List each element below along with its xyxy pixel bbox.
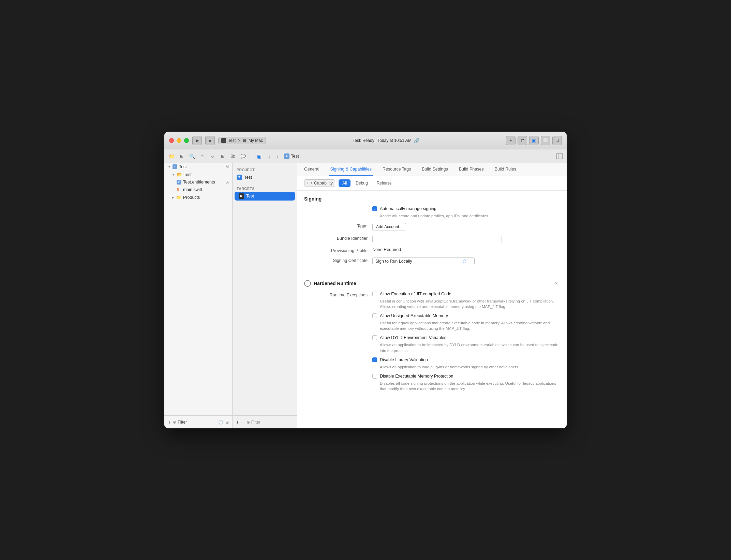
- sidebar-item-label-products: Products: [183, 195, 200, 200]
- nav-project-label: Test: [244, 175, 252, 180]
- back-arrow[interactable]: ‹: [266, 152, 273, 160]
- bubble-icon[interactable]: 💬: [239, 152, 247, 160]
- chevron-right-icon: ▶: [172, 196, 174, 199]
- filter-tabs: All Debug Release: [339, 179, 396, 187]
- sidebar-item-entitlements[interactable]: E Test.entitlements A: [164, 178, 232, 186]
- detail-view: + + Capability All Debug Release Sign: [297, 176, 567, 428]
- scheme-selector[interactable]: Test ❯ 🖥 My Mac: [218, 137, 266, 144]
- runtime-checkbox-0[interactable]: [372, 292, 377, 296]
- minimize-button[interactable]: [177, 138, 181, 143]
- auto-manage-content: Automatically manage signing Xcode will …: [372, 206, 560, 219]
- auto-manage-spacer: [304, 206, 372, 207]
- link-icon[interactable]: 🔗: [414, 138, 419, 143]
- remove-capability-button[interactable]: ×: [553, 280, 560, 287]
- runtime-checkbox-4[interactable]: [372, 374, 377, 379]
- runtime-checkbox-row-3: Disable Library Validation: [372, 357, 560, 362]
- stop-button[interactable]: ■: [205, 136, 215, 145]
- runtime-checkbox-1[interactable]: [372, 313, 377, 318]
- chevron-down-icon-2: ▼: [172, 173, 175, 176]
- layout2-icon[interactable]: ▣: [255, 152, 263, 160]
- runtime-item-4: Disable Executable Memory Protection Dis…: [372, 374, 560, 392]
- add-button[interactable]: +: [506, 136, 516, 145]
- titlebar-actions: + ⇄ ▣ ⬜ ☐: [506, 136, 562, 145]
- filter-options-icon[interactable]: ⊞: [225, 420, 229, 425]
- forward-arrow[interactable]: ›: [274, 152, 281, 160]
- filter-all[interactable]: All: [339, 179, 350, 187]
- tab-build-phases[interactable]: Build Phases: [458, 163, 485, 176]
- tab-signing-capabilities[interactable]: Signing & Capabilities: [329, 163, 373, 176]
- add-icon: +: [307, 181, 309, 186]
- filter-area: ⊕ Filter: [173, 420, 216, 425]
- sidebar-item-products[interactable]: ▶ 📁 Products: [164, 193, 232, 201]
- link2-icon[interactable]: ⛓: [229, 152, 237, 160]
- entitlements-badge: A: [226, 180, 229, 184]
- run-button[interactable]: ▶: [192, 136, 202, 145]
- folder-icon-products: 📁: [176, 195, 181, 200]
- warn-icon[interactable]: ⚠: [198, 152, 206, 160]
- add-capability-label: + Capability: [310, 181, 333, 186]
- runtime-checkbox-2[interactable]: [372, 335, 377, 340]
- tab-build-rules[interactable]: Build Rules: [493, 163, 518, 176]
- folder-open-icon: 📂: [177, 172, 182, 177]
- provisioning-row: Provisioning Profile None Required: [304, 247, 560, 253]
- maximize-button[interactable]: [184, 138, 189, 143]
- scheme-dest: My Mac: [249, 138, 263, 143]
- runtime-item-3: Disable Library Validation Allows an app…: [372, 357, 560, 370]
- team-row: Team Add Account...: [304, 223, 560, 231]
- remove-target-button[interactable]: −: [241, 419, 244, 425]
- runtime-exceptions-content: Allow Execution of JIT-compiled Code Use…: [372, 292, 560, 396]
- layout-button-3[interactable]: ☐: [552, 136, 562, 145]
- source-control-icon[interactable]: ⊞: [178, 152, 185, 160]
- signing-title: Signing: [304, 196, 560, 202]
- toolbar: 📁 ⊞ 🔍 ⚠ ◇ ⊞ ⛓ 💬 ▣ ‹ › A Test: [164, 149, 567, 163]
- layout-button-1[interactable]: ▣: [529, 136, 539, 145]
- provisioning-value: None Required: [372, 247, 560, 252]
- auto-manage-checkbox[interactable]: [372, 206, 377, 211]
- runtime-desc-3: Allows an application to load plug-ins o…: [380, 364, 560, 370]
- runtime-item-0: Allow Execution of JIT-compiled Code Use…: [372, 292, 560, 309]
- add-target-button[interactable]: +: [236, 419, 239, 425]
- panel-toggle[interactable]: [556, 152, 563, 160]
- capability-bar: + + Capability All Debug Release: [297, 176, 567, 191]
- nav-project-item[interactable]: T Test: [233, 173, 297, 182]
- bundle-id-input[interactable]: [372, 235, 502, 243]
- grid-icon[interactable]: ⊞: [219, 152, 226, 160]
- svg-rect-0: [556, 153, 563, 159]
- chevron-down-icon: ▼: [168, 165, 171, 168]
- filter-release[interactable]: Release: [373, 179, 396, 187]
- add-account-button[interactable]: Add Account...: [372, 223, 406, 231]
- filter-label: Filter: [178, 420, 187, 425]
- tab-build-settings[interactable]: Build Settings: [420, 163, 449, 176]
- runtime-desc-4: Disables all code signing protections on…: [380, 381, 560, 392]
- signing-cert-select[interactable]: Sign to Run Locally ⬡: [372, 257, 475, 265]
- back-forward-button[interactable]: ⇄: [518, 136, 527, 145]
- main-content: ▼ T Test M ▼ 📂 Test E Test.entitlements …: [164, 163, 567, 428]
- sidebar-item-test-folder[interactable]: ▼ 📂 Test: [164, 171, 232, 178]
- sidebar-item-label-test: Test: [184, 172, 192, 177]
- layout-button-2[interactable]: ⬜: [541, 136, 550, 145]
- status-bar: Test: Ready | Today at 10:51 AM 🔗: [269, 138, 503, 143]
- project-section-header: PROJECT: [233, 166, 297, 173]
- tab-resource-tags[interactable]: Resource Tags: [381, 163, 412, 176]
- sidebar-item-main-swift[interactable]: S main.swift: [164, 186, 232, 193]
- toolbar-separator: [251, 153, 251, 160]
- sidebar-root-item[interactable]: ▼ T Test M: [164, 163, 232, 171]
- folder-icon[interactable]: 📁: [168, 152, 175, 160]
- close-button[interactable]: [169, 138, 174, 143]
- signing-section: Signing Automatically manage signing X: [297, 191, 567, 275]
- nav-filter-label: Filter: [251, 420, 260, 425]
- runtime-item-2: Allow DYLD Environment Variables Allows …: [372, 335, 560, 353]
- add-file-button[interactable]: +: [168, 419, 171, 425]
- diamond-icon[interactable]: ◇: [209, 152, 216, 160]
- filter-debug[interactable]: Debug: [352, 179, 371, 187]
- runtime-label-2: Allow DYLD Environment Variables: [380, 335, 446, 340]
- add-capability-button[interactable]: + + Capability: [304, 179, 335, 187]
- auto-manage-label: Automatically manage signing: [380, 206, 436, 211]
- find-icon[interactable]: 🔍: [188, 152, 196, 160]
- clock-icon[interactable]: 🕐: [218, 420, 223, 425]
- nav-target-item[interactable]: Test: [235, 192, 295, 201]
- project-icon: T: [237, 175, 242, 180]
- tab-general[interactable]: General: [303, 163, 320, 176]
- runtime-checkbox-3[interactable]: [372, 357, 377, 362]
- right-panel: General Signing & Capabilities Resource …: [297, 163, 567, 428]
